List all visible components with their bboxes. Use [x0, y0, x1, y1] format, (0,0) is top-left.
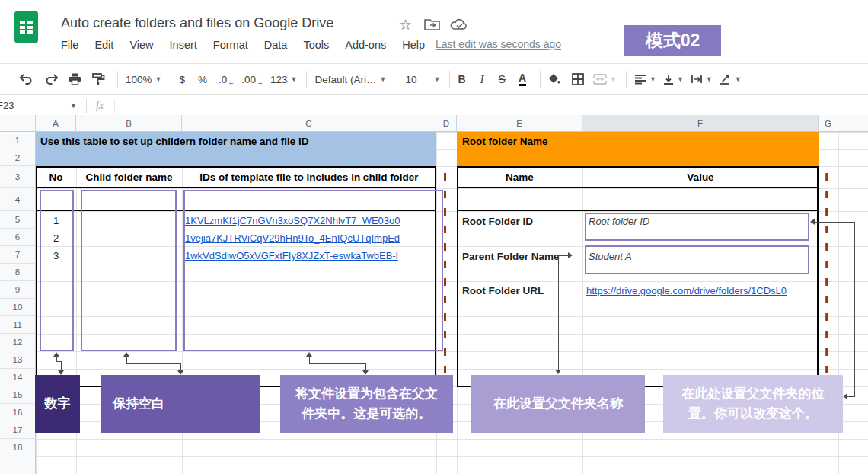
menu-insert[interactable]: Insert	[170, 39, 197, 51]
bold-button[interactable]: B	[458, 73, 465, 85]
outline-parent-folder-name-value	[585, 245, 809, 274]
connector-line	[126, 363, 180, 364]
menu-edit[interactable]: Edit	[94, 39, 113, 51]
menu-file[interactable]: File	[61, 39, 78, 51]
logo-line	[25, 21, 27, 34]
print-button[interactable]	[69, 73, 81, 85]
chevron-down-icon: ▼	[291, 75, 298, 83]
left-banner-text: Use this table to set up childern folder…	[40, 136, 309, 147]
text-color-button[interactable]: A	[519, 72, 526, 86]
column-header-filler	[838, 115, 868, 132]
decrease-decimal-button[interactable]: .0←	[219, 74, 235, 85]
connector-arrowhead	[843, 393, 847, 399]
chevron-down-icon[interactable]: ▼	[70, 102, 77, 110]
left-table-header-rule	[36, 187, 436, 188]
connector-arrowhead	[555, 370, 561, 374]
format-currency-button[interactable]: $	[179, 74, 185, 85]
gridline	[0, 439, 868, 440]
connector-line	[309, 363, 365, 364]
google-sheets-window: Auto create folders and files on Google …	[0, 0, 868, 474]
row-header-9[interactable]: 9	[0, 281, 36, 299]
menu-view[interactable]: View	[129, 39, 153, 51]
column-label: F	[697, 119, 703, 128]
column-header-g[interactable]: G	[819, 115, 838, 132]
borders-button[interactable]	[572, 73, 584, 85]
row-header-10[interactable]: 10	[0, 299, 36, 316]
column-label: D	[443, 119, 449, 128]
connector-line	[854, 222, 855, 397]
cloud-saved-icon[interactable]	[450, 18, 469, 34]
name-box[interactable]: F23	[0, 100, 67, 111]
column-header-a[interactable]: A	[36, 115, 76, 132]
row-header-4[interactable]: 4	[0, 188, 36, 211]
paint-format-button[interactable]	[92, 73, 105, 85]
sheets-logo[interactable]	[14, 11, 38, 43]
font-select[interactable]: Default (Ari…▼	[314, 74, 388, 85]
document-title[interactable]: Auto create folders and files on Google …	[61, 15, 333, 31]
formula-bar-separator	[114, 99, 115, 113]
row-header-17[interactable]: 17	[0, 421, 36, 439]
italic-button[interactable]: I	[480, 73, 484, 86]
move-folder-icon[interactable]	[424, 18, 441, 34]
row-header-1[interactable]: 1	[0, 132, 36, 149]
column-header-e[interactable]: E	[457, 115, 582, 132]
gridline	[0, 456, 868, 457]
chevron-down-icon: ▼	[649, 75, 656, 83]
strikethrough-button[interactable]: S	[499, 73, 506, 85]
right-table-row4-rule	[457, 210, 819, 211]
row-header-2[interactable]: 2	[0, 149, 36, 166]
row-header-6[interactable]: 6	[0, 229, 36, 246]
row-header-5[interactable]: 5	[0, 211, 36, 229]
row-header-13[interactable]: 13	[0, 351, 36, 369]
text-wrap-button[interactable]: ▼	[691, 74, 713, 85]
format-percent-button[interactable]: %	[198, 74, 207, 85]
column-header-d[interactable]: D	[436, 115, 457, 132]
zoom-select[interactable]: 100%▼	[126, 74, 161, 85]
row-header-18[interactable]: 18	[0, 439, 36, 456]
callout-template-note: 将文件设置为包含在父文件夹中。这是可选的。	[280, 375, 453, 433]
mode-badge: 模式02	[624, 25, 721, 56]
star-icon[interactable]: ☆	[399, 16, 412, 34]
formula-input[interactable]	[123, 96, 868, 115]
increase-decimal-button[interactable]: .00→	[241, 74, 263, 85]
connector-arrowhead	[568, 252, 573, 258]
menu-data[interactable]: Data	[264, 39, 288, 51]
row-header-7[interactable]: 7	[0, 246, 36, 264]
redo-button[interactable]	[44, 74, 58, 85]
menu-help[interactable]: Help	[402, 39, 425, 51]
row-header-16[interactable]: 16	[0, 404, 36, 421]
merge-cells-button[interactable]: ▼	[593, 74, 617, 85]
menu-tools[interactable]: Tools	[303, 39, 329, 51]
toolbar-separator	[397, 71, 397, 88]
dashed-marker-column-g-red	[826, 173, 828, 373]
number-format-button[interactable]: 123▼	[270, 74, 297, 85]
column-header-b[interactable]: B	[76, 115, 182, 132]
undo-button[interactable]	[20, 74, 34, 85]
last-edit-status[interactable]: Last edit was seconds ago	[436, 38, 561, 50]
connector-line	[558, 255, 559, 370]
menu-format[interactable]: Format	[213, 39, 248, 51]
row-header-11[interactable]: 11	[0, 316, 36, 334]
row-header-12[interactable]: 12	[0, 334, 36, 351]
menu-add-ons[interactable]: Add-ons	[345, 39, 386, 51]
text-rotation-button[interactable]: ▼	[720, 74, 742, 85]
grid-corner[interactable]	[0, 115, 36, 132]
toolbar-separator	[171, 71, 171, 88]
row-header-14[interactable]: 14	[0, 369, 36, 386]
fill-color-button[interactable]	[548, 73, 560, 85]
vertical-align-button[interactable]: ▼	[663, 74, 684, 85]
outline-root-folder-id-value	[585, 213, 809, 241]
row-header-3[interactable]: 3	[0, 166, 36, 188]
callout-parent-location-note: 在此处设置父文件夹的位置。你可以改变这个。	[663, 375, 843, 433]
horizontal-align-button[interactable]: ▼	[634, 74, 656, 85]
column-header-c[interactable]: C	[182, 115, 436, 132]
row-header-15[interactable]: 15	[0, 386, 36, 404]
font-size-select[interactable]: 10▼	[405, 74, 440, 85]
chevron-down-icon: ▼	[706, 75, 713, 83]
chevron-down-icon: ▼	[434, 75, 441, 83]
row-header-8[interactable]: 8	[0, 264, 36, 281]
column-header-f[interactable]: F	[582, 115, 819, 132]
toolbar-separator	[306, 71, 307, 88]
column-label: E	[516, 119, 522, 128]
column-label: G	[825, 119, 831, 128]
